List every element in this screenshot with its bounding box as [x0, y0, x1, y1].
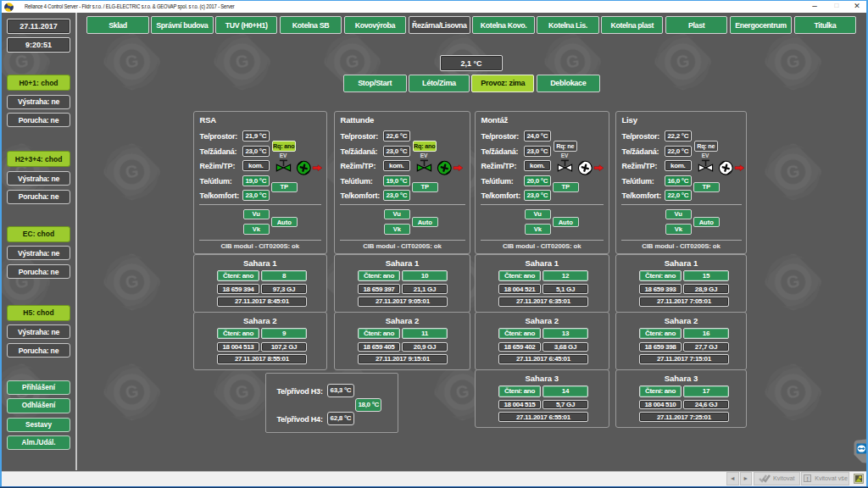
svg-text:!: !: [806, 475, 809, 483]
